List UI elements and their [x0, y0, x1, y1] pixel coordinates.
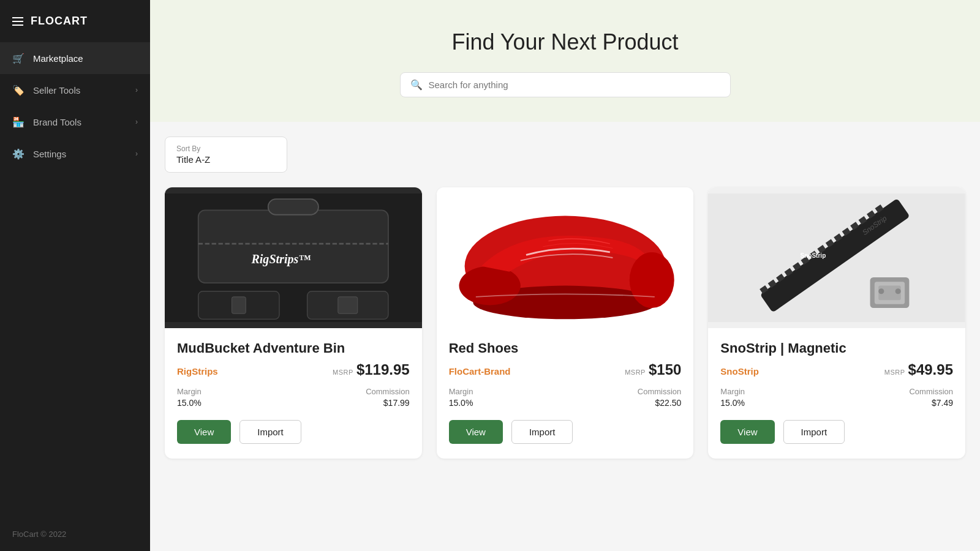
product-brand-redshoes: FloCart-Brand — [449, 366, 511, 377]
chevron-right-icon: › — [135, 86, 138, 94]
search-icon: 🔍 — [410, 79, 423, 91]
product-actions-snostrip: View Import — [720, 420, 953, 444]
svg-text:SnoStrip: SnoStrip — [801, 252, 826, 259]
sidebar: FLOCART 🛒 Marketplace 🏷️ Seller Tools › … — [0, 0, 150, 551]
msrp-label-mudbucket: MSRP — [333, 369, 353, 376]
margin-value-mudbucket: 15.0% — [177, 398, 202, 408]
view-button-redshoes[interactable]: View — [449, 420, 503, 444]
svg-text:RigStrips™: RigStrips™ — [251, 252, 311, 266]
product-price-mudbucket: $119.95 — [356, 361, 410, 378]
product-brand-snostrip: SnoStrip — [720, 366, 759, 377]
product-card-snostrip: SnoStrip SnoStrip SnoStrip — [708, 187, 965, 459]
sidebar-item-brand-tools[interactable]: 🏪 Brand Tools › — [0, 106, 150, 138]
view-button-mudbucket[interactable]: View — [177, 420, 231, 444]
msrp-label-redshoes: MSRP — [625, 369, 646, 376]
import-button-snostrip[interactable]: Import — [783, 420, 845, 444]
product-image-redshoes — [437, 187, 694, 328]
svg-rect-7 — [232, 297, 246, 313]
sidebar-item-marketplace[interactable]: 🛒 Marketplace — [0, 42, 150, 74]
view-button-snostrip[interactable]: View — [720, 420, 774, 444]
sidebar-label-marketplace: Marketplace — [33, 53, 83, 64]
product-title-mudbucket: MudBucket Adventure Bin — [177, 340, 410, 356]
product-image-snostrip: SnoStrip SnoStrip — [708, 187, 965, 328]
sort-label: Sort By — [176, 144, 276, 153]
commission-value-redshoes: $22.50 — [638, 398, 682, 408]
chevron-right-icon-2: › — [135, 118, 138, 126]
product-info-redshoes: Red Shoes FloCart-Brand MSRP $150 Margin… — [437, 328, 694, 459]
product-title-snostrip: SnoStrip | Magnetic — [720, 340, 953, 356]
sidebar-nav: 🛒 Marketplace 🏷️ Seller Tools › 🏪 Brand … — [0, 42, 150, 517]
sidebar-label-seller-tools: Seller Tools — [33, 85, 80, 96]
margin-label-redshoes: Margin — [449, 387, 473, 396]
main-content: Find Your Next Product 🔍 Sort By Title A… — [150, 0, 980, 551]
brand-tools-icon: 🏪 — [12, 116, 24, 128]
product-price-redshoes: $150 — [649, 361, 681, 378]
hero-title: Find Your Next Product — [162, 29, 968, 55]
svg-rect-8 — [338, 297, 358, 313]
search-bar: 🔍 — [400, 72, 731, 97]
margin-value-redshoes: 15.0% — [449, 398, 473, 408]
commission-value-snostrip: $7.49 — [909, 398, 953, 408]
product-brand-mudbucket: RigStrips — [177, 366, 218, 377]
margin-label-mudbucket: Margin — [177, 387, 202, 396]
products-grid: RigStrips™ MudBucket Adventure Bin RigSt… — [150, 180, 980, 478]
settings-icon: ⚙️ — [12, 148, 24, 160]
product-info-snostrip: SnoStrip | Magnetic SnoStrip MSRP $49.95… — [708, 328, 965, 459]
app-name: FLOCART — [31, 15, 88, 28]
sidebar-label-settings: Settings — [33, 149, 66, 159]
sidebar-item-settings[interactable]: ⚙️ Settings › — [0, 138, 150, 170]
product-title-redshoes: Red Shoes — [449, 340, 682, 356]
sort-bar: Sort By Title A-Z — [150, 122, 980, 180]
chevron-right-icon-3: › — [135, 149, 138, 158]
product-card-redshoes: Red Shoes FloCart-Brand MSRP $150 Margin… — [437, 187, 694, 459]
svg-rect-4 — [268, 199, 318, 215]
svg-point-36 — [895, 288, 901, 294]
app-logo: FLOCART — [0, 0, 150, 42]
sidebar-footer: FloCart © 2022 — [0, 517, 150, 551]
svg-rect-1 — [198, 210, 388, 283]
import-button-redshoes[interactable]: Import — [511, 420, 573, 444]
commission-label-redshoes: Commission — [638, 387, 682, 396]
product-actions-redshoes: View Import — [449, 420, 682, 444]
commission-label-mudbucket: Commission — [366, 387, 410, 396]
commission-value-mudbucket: $17.99 — [366, 398, 410, 408]
marketplace-icon: 🛒 — [12, 52, 24, 64]
sort-value: Title A-Z — [176, 154, 276, 165]
commission-label-snostrip: Commission — [909, 387, 953, 396]
import-button-mudbucket[interactable]: Import — [239, 420, 301, 444]
margin-label-snostrip: Margin — [720, 387, 745, 396]
hamburger-icon[interactable] — [12, 17, 23, 26]
sidebar-item-seller-tools[interactable]: 🏷️ Seller Tools › — [0, 74, 150, 106]
svg-point-13 — [629, 252, 674, 308]
seller-tools-icon: 🏷️ — [12, 84, 24, 96]
msrp-label-snostrip: MSRP — [884, 369, 905, 376]
product-meta-snostrip: Margin 15.0% Commission $7.49 — [720, 387, 953, 408]
svg-point-12 — [459, 266, 520, 305]
sidebar-label-brand-tools: Brand Tools — [33, 117, 81, 127]
product-price-snostrip: $49.95 — [908, 361, 953, 378]
product-meta-mudbucket: Margin 15.0% Commission $17.99 — [177, 387, 410, 408]
product-info-mudbucket: MudBucket Adventure Bin RigStrips MSRP $… — [165, 328, 422, 459]
sort-dropdown[interactable]: Sort By Title A-Z — [165, 137, 287, 173]
product-meta-redshoes: Margin 15.0% Commission $22.50 — [449, 387, 682, 408]
search-input[interactable] — [429, 80, 720, 90]
product-actions-mudbucket: View Import — [177, 420, 410, 444]
hero-section: Find Your Next Product 🔍 — [150, 0, 980, 122]
product-image-mudbucket: RigStrips™ — [165, 187, 422, 328]
margin-value-snostrip: 15.0% — [720, 398, 745, 408]
svg-point-35 — [879, 288, 884, 294]
product-card-mudbucket: RigStrips™ MudBucket Adventure Bin RigSt… — [165, 187, 422, 459]
